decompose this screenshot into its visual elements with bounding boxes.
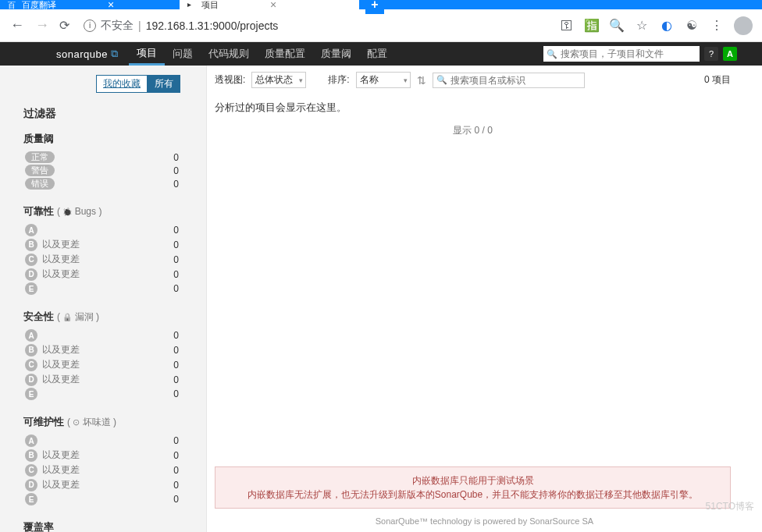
nav-rules[interactable]: 代码规则 bbox=[201, 42, 257, 66]
app-topbar: sonarqube⧉ 项目 问题 代码规则 质量配置 质量阈 配置 🔍 ? A bbox=[0, 42, 762, 66]
project-search-input[interactable] bbox=[450, 75, 581, 86]
status-pill: 正常 bbox=[25, 151, 55, 163]
global-search[interactable]: 🔍 bbox=[543, 46, 700, 62]
showing-count: 显示 0 / 0 bbox=[215, 124, 731, 137]
search-icon[interactable]: 🔍 bbox=[609, 18, 625, 33]
profile-avatar[interactable] bbox=[734, 16, 753, 35]
rel-b[interactable]: B以及更差0 bbox=[23, 237, 202, 252]
extension-icon-1[interactable]: ◐ bbox=[659, 18, 675, 33]
browser-tab-strip: 百 百度翻译 × ▸ 项目 × + bbox=[0, 0, 762, 9]
heading-text: 可维护性 bbox=[23, 415, 64, 429]
app-logo[interactable]: sonarqube⧉ bbox=[56, 48, 118, 60]
count: 0 bbox=[173, 345, 179, 356]
count: 0 bbox=[173, 283, 179, 294]
sub-text: Bugs bbox=[75, 206, 96, 217]
tab-all[interactable]: 所有 bbox=[148, 75, 180, 93]
sidebar: 我的收藏 所有 过滤器 质量阈 正常0 警告0 错误0 可靠性 ( Bugs )… bbox=[0, 66, 207, 532]
search-icon: 🔍 bbox=[547, 49, 557, 59]
qg-ok[interactable]: 正常0 bbox=[23, 151, 202, 164]
rel-e[interactable]: E0 bbox=[23, 282, 202, 296]
tab-title: 百度翻译 bbox=[22, 0, 56, 11]
rel-c[interactable]: C以及更差0 bbox=[23, 252, 202, 267]
tab-title: 项目 bbox=[201, 0, 219, 11]
count: 0 bbox=[173, 450, 179, 461]
sub-text: 坏味道 bbox=[83, 417, 111, 427]
forward-button[interactable]: → bbox=[34, 17, 50, 34]
status-pill: 警告 bbox=[25, 165, 55, 176]
filter-heading-quality-gate: 质量阈 bbox=[23, 132, 202, 146]
heading-text: 可靠性 bbox=[23, 204, 54, 218]
rating-badge: C bbox=[25, 359, 37, 371]
rel-d[interactable]: D以及更差0 bbox=[23, 267, 202, 282]
count: 0 bbox=[173, 494, 179, 505]
sec-d[interactable]: D以及更差0 bbox=[23, 372, 202, 387]
worse-label: 以及更差 bbox=[42, 268, 80, 281]
qg-error[interactable]: 错误0 bbox=[23, 177, 202, 190]
count: 0 bbox=[173, 465, 179, 476]
star-icon[interactable]: ☆ bbox=[634, 18, 650, 33]
browser-tab-baidu[interactable]: 百 百度翻译 × bbox=[0, 0, 180, 9]
sort-direction-icon[interactable]: ⇅ bbox=[417, 74, 426, 87]
nav-profiles[interactable]: 质量配置 bbox=[257, 42, 313, 66]
close-icon[interactable]: × bbox=[108, 0, 114, 11]
nav-issues[interactable]: 问题 bbox=[165, 42, 201, 66]
translate-icon[interactable]: 🈯 bbox=[584, 18, 600, 33]
main-content: 透视图: 总体状态 排序: 名称 ⇅ 🔍 0 项目 分析过的项目会显示在这里。 … bbox=[207, 66, 762, 532]
filter-heading-reliability: 可靠性 ( Bugs ) bbox=[23, 204, 202, 218]
bug-icon bbox=[62, 206, 72, 217]
browser-tab-projects[interactable]: ▸ 项目 × bbox=[180, 0, 359, 9]
project-search[interactable]: 🔍 bbox=[433, 73, 585, 88]
close-icon[interactable]: × bbox=[270, 0, 276, 11]
mnt-c[interactable]: C以及更差0 bbox=[23, 463, 202, 477]
count: 0 bbox=[173, 165, 179, 176]
worse-label: 以及更差 bbox=[42, 343, 80, 356]
count: 0 bbox=[173, 269, 179, 280]
nav-projects[interactable]: 项目 bbox=[129, 42, 165, 66]
count: 0 bbox=[173, 480, 179, 491]
tab-my-favorites[interactable]: 我的收藏 bbox=[96, 75, 148, 93]
back-button[interactable]: ← bbox=[9, 17, 25, 34]
help-button[interactable]: ? bbox=[704, 47, 718, 61]
address-bar[interactable]: i 不安全 | 192.168.1.31:9000/projects bbox=[79, 19, 550, 33]
sec-e[interactable]: E0 bbox=[23, 387, 202, 401]
main-toolbar: 透视图: 总体状态 排序: 名称 ⇅ 🔍 0 项目 bbox=[215, 72, 731, 88]
project-count: 0 项目 bbox=[704, 73, 731, 87]
empty-message: 分析过的项目会显示在这里。 bbox=[215, 101, 731, 115]
menu-icon[interactable]: ⋮ bbox=[709, 18, 725, 33]
worse-label: 以及更差 bbox=[42, 373, 80, 386]
nav-gates[interactable]: 质量阈 bbox=[313, 42, 359, 66]
sec-b[interactable]: B以及更差0 bbox=[23, 342, 202, 357]
user-badge[interactable]: A bbox=[723, 47, 737, 61]
mnt-e[interactable]: E0 bbox=[23, 492, 202, 506]
count: 0 bbox=[173, 435, 179, 446]
mnt-b[interactable]: B以及更差0 bbox=[23, 448, 202, 463]
sec-a[interactable]: A0 bbox=[23, 328, 202, 342]
info-icon[interactable]: i bbox=[84, 20, 96, 32]
mnt-d[interactable]: D以及更差0 bbox=[23, 477, 202, 492]
rating-badge: C bbox=[25, 254, 37, 266]
count: 0 bbox=[173, 225, 179, 236]
smell-icon bbox=[73, 417, 80, 427]
rel-a[interactable]: A0 bbox=[23, 223, 202, 237]
global-search-input[interactable] bbox=[561, 48, 696, 59]
key-icon[interactable]: ⚿ bbox=[559, 19, 575, 33]
sec-c[interactable]: C以及更差0 bbox=[23, 357, 202, 372]
rating-badge: A bbox=[25, 434, 37, 447]
nav-admin[interactable]: 配置 bbox=[359, 42, 395, 66]
rating-badge: B bbox=[25, 239, 37, 251]
count: 0 bbox=[173, 374, 179, 385]
new-tab-button[interactable]: + bbox=[365, 0, 384, 14]
filter-heading-coverage: 覆盖率 bbox=[23, 520, 202, 532]
embedded-db-warning: 内嵌数据库只能用于测试场景 内嵌数据库无法扩展，也无法升级到新版本的SonarQ… bbox=[215, 466, 731, 509]
reload-button[interactable]: ⟳ bbox=[59, 18, 69, 33]
count: 0 bbox=[173, 330, 179, 341]
extension-icon-2[interactable]: ☯ bbox=[684, 18, 700, 33]
mnt-a[interactable]: A0 bbox=[23, 434, 202, 448]
perspective-select[interactable]: 总体状态 bbox=[251, 72, 306, 88]
sub-text: 漏洞 bbox=[75, 311, 94, 322]
warning-title: 内嵌数据库只能用于测试场景 bbox=[222, 473, 724, 488]
sort-select[interactable]: 名称 bbox=[356, 72, 411, 88]
favorite-tabs: 我的收藏 所有 bbox=[23, 75, 202, 93]
rating-badge: B bbox=[25, 344, 37, 356]
qg-warn[interactable]: 警告0 bbox=[23, 164, 202, 177]
